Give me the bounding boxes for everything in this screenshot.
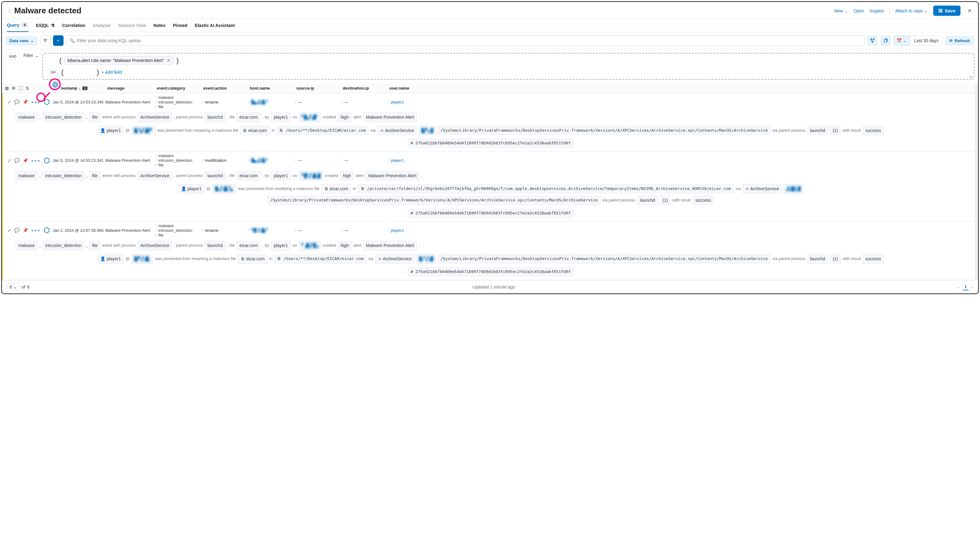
detail-file[interactable]: 🗎 eicar.com xyxy=(238,254,267,264)
tab-correlation[interactable]: Correlation xyxy=(62,19,86,32)
open-button[interactable]: Open xyxy=(854,8,864,13)
tab-esql[interactable]: ES|QL ⚗ xyxy=(36,19,55,32)
tag-process[interactable]: ArchiveService xyxy=(138,113,172,122)
close-icon[interactable]: ✕ xyxy=(966,8,973,14)
th-destip[interactable]: destination.ip xyxy=(340,83,386,93)
dataview-button[interactable]: Data view ⌄ xyxy=(6,36,38,46)
tag-cat1[interactable]: malware xyxy=(16,171,38,181)
date-picker[interactable]: 📅 ⌄ Last 30 days xyxy=(893,35,942,46)
hexagon-icon[interactable] xyxy=(43,99,50,105)
hash-chip[interactable]: # 275a021bbfb6489e54d471899f7db9d1663fc6… xyxy=(408,267,574,277)
hexagon-icon[interactable] xyxy=(43,227,50,234)
tag-file[interactable]: eicar.com xyxy=(237,241,261,250)
prev-page-icon[interactable]: ‹ xyxy=(958,285,959,290)
more-icon[interactable]: ∘∘∘ xyxy=(31,228,40,233)
detail-hash-short[interactable]: █▖▘▞▗█ xyxy=(416,254,436,264)
detail-dir[interactable]: 🗎 /Users/**/Desktop/EICAR/eicar.com xyxy=(277,126,369,135)
search-bar[interactable]: 🔍 xyxy=(66,35,865,46)
tag-parent[interactable]: launchd xyxy=(205,241,225,250)
tab-session[interactable]: Session View xyxy=(118,19,146,32)
tag-severity[interactable]: high xyxy=(340,171,354,181)
expand-icon[interactable]: ⤢ xyxy=(8,99,11,104)
detail-parent[interactable]: launchd xyxy=(807,254,828,264)
detail-host[interactable]: █▖▚▞▗█▞▘ xyxy=(131,126,155,135)
tag-rule[interactable]: Malware Prevention Alert xyxy=(366,171,419,181)
detail-pid[interactable]: (1) xyxy=(830,126,841,135)
th-timestamp[interactable]: nestamp ↓ 1 xyxy=(51,83,104,93)
pin-icon[interactable]: 📌 xyxy=(22,158,28,163)
tag-host[interactable]: ▘▗█▗▘█▗ xyxy=(299,241,321,250)
refresh-button[interactable]: ⟳ Refresh xyxy=(945,36,974,46)
detail-result[interactable]: success xyxy=(862,254,884,264)
page-number[interactable]: 1 xyxy=(963,283,969,290)
star-icon[interactable]: ☆ xyxy=(7,8,12,14)
tag-user[interactable]: player1 xyxy=(271,241,291,250)
add-filter-icon[interactable]: ＋ xyxy=(53,35,64,46)
detail-file[interactable]: 🗎 eicar.com xyxy=(240,126,270,135)
detail-path[interactable]: /System/Library/PrivateFrameworks/Deskto… xyxy=(438,255,771,263)
tag-cat2[interactable]: intrusion_detection xyxy=(43,113,84,122)
tab-query[interactable]: Query6 xyxy=(7,19,29,32)
expand-icon[interactable]: ⤢ xyxy=(8,158,11,163)
tag-cat2[interactable]: intrusion_detection xyxy=(43,171,84,181)
tag-process[interactable]: ArchiveService xyxy=(138,241,172,250)
detail-process[interactable]: ≻ ArchiveService xyxy=(743,184,782,194)
tag-cat1[interactable]: malware xyxy=(16,113,38,122)
pin-icon[interactable]: 📌 xyxy=(22,228,28,233)
tag-severity[interactable]: high xyxy=(338,241,352,250)
detail-dir[interactable]: 🗎 /private/var/folders/vl/3hgrbnbs207ffm… xyxy=(358,185,734,193)
tab-pinned[interactable]: Pinned xyxy=(173,19,188,32)
copy-icon[interactable] xyxy=(880,35,891,46)
tab-analyzer[interactable]: Analyzer xyxy=(93,19,111,32)
hash-chip[interactable]: # 275a021bbfb6489e54d471899f7db9d1663fc6… xyxy=(408,139,574,148)
detail-host[interactable]: █▖▞▗█▖▚▖ xyxy=(212,184,236,194)
tag-severity[interactable]: high xyxy=(338,113,352,122)
tag-rule[interactable]: Malware Prevention Alert xyxy=(363,241,417,250)
tab-notes[interactable]: Notes xyxy=(153,19,165,32)
tag-cat3[interactable]: file xyxy=(89,241,100,250)
detail-user[interactable]: 👤 player1 xyxy=(97,254,124,264)
filter-toggle-icon[interactable] xyxy=(40,35,51,46)
tag-cat3[interactable]: file xyxy=(89,171,100,181)
detail-dir[interactable]: 🗎 /Users/**/Desktop/EICAR/eicar.com xyxy=(274,255,366,263)
tag-process[interactable]: ArchiveService xyxy=(138,171,172,181)
tag-cat1[interactable]: malware xyxy=(16,241,38,250)
detail-user[interactable]: 👤 player1 xyxy=(178,184,205,194)
th-sourceip[interactable]: source.ip xyxy=(293,83,340,93)
calendar-icon[interactable]: 📅 ⌄ xyxy=(894,36,910,46)
tag-user[interactable]: player1 xyxy=(271,113,291,122)
cell-user[interactable]: player1 xyxy=(387,228,978,233)
detail-hash-short[interactable]: ▞▖█▞▖█ xyxy=(784,184,803,194)
th-category[interactable]: event.category xyxy=(154,83,200,93)
tab-ai[interactable]: Elastic AI Assistant xyxy=(195,19,235,32)
detail-pid[interactable]: (1) xyxy=(830,254,841,264)
tag-rule[interactable]: Malware Prevention Alert xyxy=(363,113,417,122)
detail-user[interactable]: 👤 player1 xyxy=(97,126,124,135)
detail-path[interactable]: /System/Library/PrivateFrameworks/Deskto… xyxy=(267,196,601,205)
scrollbar[interactable] xyxy=(975,83,978,280)
tag-host[interactable]: ▘█▘▞▗█▗█ xyxy=(299,171,323,181)
comment-icon[interactable]: 💬 xyxy=(14,158,19,163)
th-user[interactable]: user.name xyxy=(386,83,978,93)
detail-pid[interactable]: (1) xyxy=(660,196,671,205)
remove-filter-icon[interactable]: ✕ xyxy=(167,58,170,63)
comment-icon[interactable]: 💬 xyxy=(14,228,19,233)
tag-host[interactable]: ▘█▖▞▗█▘ xyxy=(299,113,321,122)
cell-user[interactable]: player1 xyxy=(387,100,978,104)
tag-parent[interactable]: launchd xyxy=(205,113,225,122)
inspect-button[interactable]: Inspect xyxy=(870,8,884,13)
comment-icon[interactable]: 💬 xyxy=(14,99,19,104)
kql-input[interactable] xyxy=(77,38,862,43)
tag-cat3[interactable]: file xyxy=(89,113,100,122)
filter-menu[interactable]: Filter ⌄ xyxy=(24,53,39,58)
tag-file[interactable]: eicar.com xyxy=(237,113,261,122)
columns-icon[interactable]: ▥ xyxy=(5,86,9,91)
th-host[interactable]: host.name xyxy=(247,83,293,93)
next-page-icon[interactable]: › xyxy=(972,285,973,290)
page-size[interactable]: 6 ⌄ xyxy=(7,283,20,290)
more-icon[interactable]: ∘∘∘ xyxy=(31,158,40,163)
tag-cat2[interactable]: intrusion_detection xyxy=(43,241,84,250)
pin-icon[interactable]: 📌 xyxy=(22,99,28,104)
more-icon[interactable]: ∘∘∘ xyxy=(31,99,40,104)
detail-file[interactable]: 🗎 eicar.com xyxy=(321,184,351,194)
